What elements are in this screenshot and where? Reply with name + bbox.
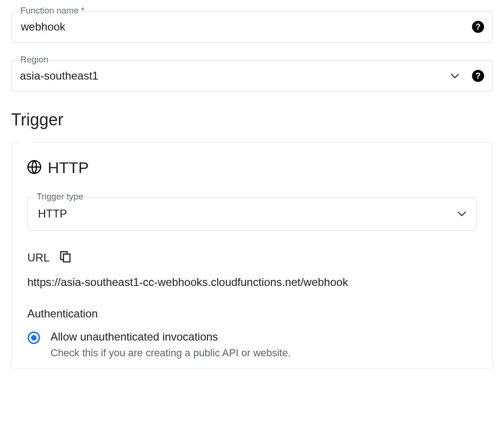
- card-notch: [21, 143, 32, 143]
- auth-option-unauthenticated[interactable]: Allow unauthenticated invocations Check …: [27, 330, 477, 359]
- trigger-type-field: Trigger type HTTP: [27, 197, 477, 230]
- function-name-input-wrap: ?: [11, 11, 493, 43]
- svg-rect-2: [63, 254, 70, 262]
- help-icon[interactable]: ?: [472, 70, 484, 82]
- auth-option-text: Allow unauthenticated invocations Check …: [50, 330, 290, 359]
- url-value: https://asia-southeast1-cc-webhooks.clou…: [27, 276, 477, 289]
- auth-option-label: Allow unauthenticated invocations: [50, 330, 290, 343]
- chevron-down-icon[interactable]: [458, 210, 466, 218]
- help-icon[interactable]: ?: [472, 21, 484, 33]
- function-name-field: Function name * ?: [11, 11, 493, 43]
- trigger-type-select[interactable]: HTTP: [27, 197, 477, 230]
- region-select[interactable]: asia-southeast1 ?: [11, 60, 493, 92]
- auth-option-sub: Check this if you are creating a public …: [50, 347, 290, 359]
- function-name-input[interactable]: [20, 20, 472, 34]
- trigger-section-title: Trigger: [11, 110, 493, 130]
- trigger-type-value: HTTP: [38, 207, 458, 220]
- region-field: Region asia-southeast1 ?: [11, 60, 493, 92]
- copy-icon[interactable]: [60, 251, 71, 265]
- svg-point-4: [31, 335, 37, 341]
- trigger-protocol-title: HTTP: [48, 159, 89, 177]
- trigger-card: HTTP Trigger type HTTP URL https://asia-…: [11, 143, 493, 369]
- url-header: URL: [27, 251, 477, 265]
- globe-icon: [27, 160, 41, 176]
- auth-title: Authentication: [27, 307, 477, 320]
- chevron-down-icon[interactable]: [451, 72, 459, 80]
- region-value: asia-southeast1: [20, 69, 451, 82]
- trigger-header: HTTP: [27, 159, 477, 177]
- url-label: URL: [27, 251, 50, 264]
- radio-selected-icon[interactable]: [27, 331, 40, 346]
